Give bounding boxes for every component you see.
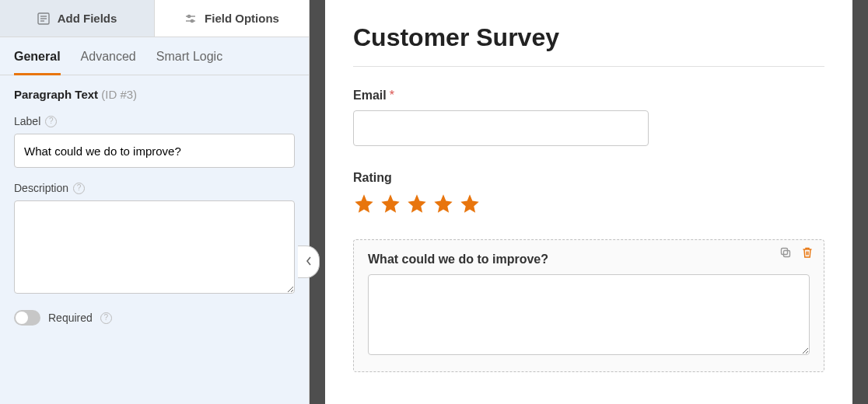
- description-label-text: Description: [14, 182, 68, 194]
- label-input[interactable]: [14, 134, 295, 168]
- label-label-text: Label: [14, 115, 40, 127]
- required-label: Required: [48, 312, 93, 324]
- star-icon[interactable]: [380, 193, 401, 214]
- svg-rect-8: [784, 250, 790, 256]
- preview-email-field[interactable]: Email *: [353, 89, 824, 146]
- field-type-name: Paragraph Text: [14, 88, 98, 101]
- tab-field-options[interactable]: Field Options: [155, 0, 309, 37]
- form-icon: [37, 12, 50, 25]
- copy-icon: [779, 246, 792, 261]
- required-asterisk: *: [390, 89, 394, 103]
- preview-email-label-text: Email: [353, 89, 387, 103]
- sidebar-panel: Paragraph Text (ID #3) Label ? Descripti…: [0, 75, 309, 338]
- description-label: Description ?: [14, 182, 295, 194]
- form-preview: Customer Survey Email * Rating: [325, 0, 852, 404]
- trash-icon: [801, 246, 814, 261]
- preview-rating-stars: [353, 193, 824, 214]
- preview-paragraph-field[interactable]: What could we do to improve?: [353, 239, 824, 372]
- preview-paragraph-label: What could we do to improve?: [368, 252, 810, 266]
- subtab-general[interactable]: General: [14, 50, 61, 75]
- tab-field-options-label: Field Options: [205, 12, 279, 25]
- star-icon[interactable]: [406, 193, 428, 214]
- star-icon[interactable]: [459, 193, 481, 214]
- duplicate-button[interactable]: [779, 246, 793, 260]
- svg-point-5: [187, 15, 190, 17]
- form-title: Customer Survey: [353, 23, 824, 67]
- chevron-left-icon: [305, 256, 313, 269]
- preview-paragraph-label-text: What could we do to improve?: [368, 252, 548, 266]
- field-toolbar: [779, 246, 814, 260]
- help-icon[interactable]: ?: [73, 183, 85, 194]
- subtab-advanced[interactable]: Advanced: [81, 50, 136, 75]
- sliders-icon: [184, 12, 197, 25]
- star-icon[interactable]: [353, 193, 375, 214]
- sidebar: Add Fields Field Options General Advance…: [0, 0, 310, 404]
- help-icon[interactable]: ?: [100, 312, 112, 324]
- sidebar-top-tabs: Add Fields Field Options: [0, 0, 309, 37]
- label-row: Label ?: [14, 115, 295, 168]
- preview-rating-label-text: Rating: [353, 171, 392, 185]
- description-input[interactable]: [14, 200, 295, 294]
- tab-add-fields[interactable]: Add Fields: [0, 0, 155, 37]
- preview-rating-label: Rating: [353, 171, 824, 185]
- help-icon[interactable]: ?: [45, 116, 57, 127]
- required-toggle[interactable]: [14, 310, 40, 326]
- preview-email-input[interactable]: [353, 110, 649, 146]
- tab-add-fields-label: Add Fields: [58, 12, 117, 25]
- preview-canvas: Customer Survey Email * Rating: [310, 0, 868, 404]
- label-label: Label ?: [14, 115, 295, 127]
- svg-point-7: [191, 19, 193, 22]
- sidebar-sub-tabs: General Advanced Smart Logic: [0, 37, 309, 75]
- preview-email-label: Email *: [353, 89, 824, 103]
- description-row: Description ?: [14, 182, 295, 296]
- preview-rating-field[interactable]: Rating: [353, 171, 824, 214]
- preview-paragraph-textarea[interactable]: [368, 274, 810, 355]
- field-type-id: (ID #3): [101, 88, 137, 101]
- star-icon[interactable]: [432, 193, 454, 214]
- required-row: Required ?: [14, 310, 295, 326]
- field-type-heading: Paragraph Text (ID #3): [14, 88, 295, 101]
- svg-rect-9: [782, 248, 788, 254]
- subtab-smart-logic[interactable]: Smart Logic: [156, 50, 222, 75]
- delete-button[interactable]: [800, 246, 814, 260]
